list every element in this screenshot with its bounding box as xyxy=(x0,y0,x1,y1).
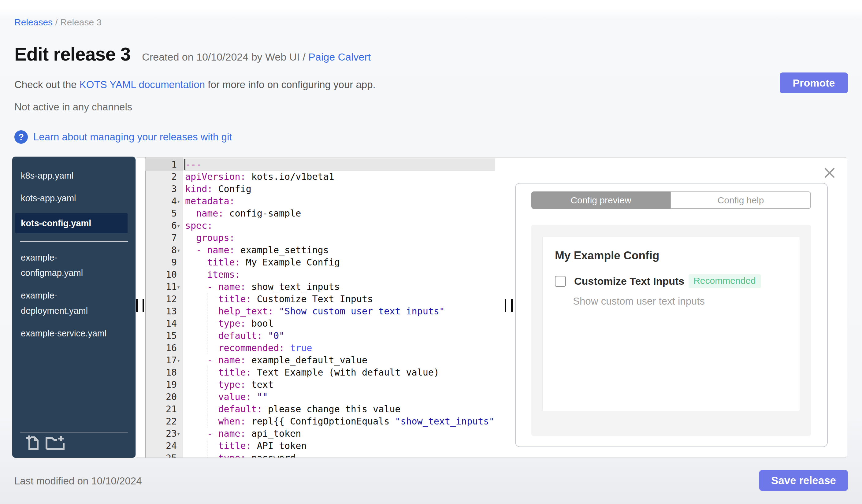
line-number: 15 xyxy=(145,330,183,342)
code-line-6[interactable]: 6▾spec: xyxy=(145,220,495,232)
code-line-13[interactable]: 13 help_text: "Show custom user text inp… xyxy=(145,305,495,317)
code-line-1[interactable]: 1--- xyxy=(145,158,495,171)
line-number: 14 xyxy=(145,317,183,330)
sidebar-divider xyxy=(20,241,128,242)
sidebar-file-kots-app.yaml[interactable]: kots-app.yaml xyxy=(21,190,113,206)
code-line-20[interactable]: 20 value: "" xyxy=(145,391,495,403)
code-line-25[interactable]: 25 type: password xyxy=(145,452,495,457)
fold-arrow-icon[interactable]: ▾ xyxy=(177,220,183,232)
indent-guide xyxy=(207,391,207,403)
code-text: groups: xyxy=(183,232,235,244)
promote-button[interactable]: Promote xyxy=(780,72,848,93)
sidebar-resize-handle[interactable] xyxy=(136,299,144,312)
code-line-11[interactable]: 11▾ - name: show_text_inputs xyxy=(145,281,495,293)
last-modified-text: Last modified on 10/10/2024 xyxy=(14,475,142,487)
indent-guide xyxy=(207,317,207,330)
breadcrumb-current: Release 3 xyxy=(60,17,102,27)
code-line-2[interactable]: 2apiVersion: kots.io/v1beta1 xyxy=(145,171,495,183)
code-line-15[interactable]: 15 default: "0" xyxy=(145,330,495,342)
indent-guide xyxy=(207,452,207,457)
tab-config-preview[interactable]: Config preview xyxy=(531,191,670,209)
fold-arrow-icon[interactable]: ▾ xyxy=(177,281,183,293)
new-folder-icon[interactable] xyxy=(45,435,66,452)
channel-status: Not active in any channels xyxy=(14,101,132,113)
code-text: name: config-sample xyxy=(183,207,301,220)
tab-config-help[interactable]: Config help xyxy=(670,191,811,209)
code-line-3[interactable]: 3kind: Config xyxy=(145,183,495,195)
question-mark-icon: ? xyxy=(14,130,28,144)
code-text: - name: example_settings xyxy=(183,244,329,256)
file-sidebar: k8s-app.yamlkots-app.yamlkots-config.yam… xyxy=(12,157,135,458)
code-text: - name: show_text_inputs xyxy=(183,281,340,293)
code-text: spec: xyxy=(183,220,213,232)
indent-guide xyxy=(207,415,207,427)
sidebar-file-example-configmap.yaml[interactable]: example-configmap.yaml xyxy=(21,250,113,280)
close-preview-icon[interactable] xyxy=(824,167,835,178)
line-number: 11▾ xyxy=(145,281,183,293)
code-line-9[interactable]: 9 title: My Example Config xyxy=(145,256,495,268)
line-number: 7 xyxy=(145,232,183,244)
customize-text-inputs-checkbox[interactable] xyxy=(555,276,566,287)
kots-yaml-doc-link[interactable]: KOTS YAML documentation xyxy=(80,79,205,90)
line-number: 16 xyxy=(145,342,183,354)
fold-arrow-icon[interactable]: ▾ xyxy=(177,195,183,207)
code-line-14[interactable]: 14 type: bool xyxy=(145,317,495,330)
code-line-10[interactable]: 10 items: xyxy=(145,268,495,281)
code-line-24[interactable]: 24 title: API token xyxy=(145,440,495,452)
code-line-23[interactable]: 23▾ - name: api_token xyxy=(145,427,495,440)
code-line-18[interactable]: 18 title: Text Example (with default val… xyxy=(145,367,495,379)
text-cursor xyxy=(184,159,185,170)
preview-tabs: Config previewConfig help xyxy=(531,191,811,209)
sidebar-file-example-deployment.yaml[interactable]: example-deployment.yaml xyxy=(21,288,113,318)
code-line-12[interactable]: 12 title: Customize Text Inputs xyxy=(145,293,495,305)
code-line-17[interactable]: 17▾ - name: example_default_value xyxy=(145,354,495,367)
code-line-5[interactable]: 5 name: config-sample xyxy=(145,207,495,220)
code-line-4[interactable]: 4▾metadata: xyxy=(145,195,495,207)
code-text: metadata: xyxy=(183,195,235,207)
code-line-21[interactable]: 21 default: please change this value xyxy=(145,403,495,415)
sidebar-file-example-service.yaml[interactable]: example-service.yaml xyxy=(21,326,113,341)
git-help-link[interactable]: ? Learn about managing your releases wit… xyxy=(14,130,232,144)
config-preview-card: Config previewConfig help My Example Con… xyxy=(515,183,828,447)
line-number: 8▾ xyxy=(145,244,183,256)
new-file-icon[interactable] xyxy=(26,435,40,452)
line-number: 9 xyxy=(145,256,183,268)
page-title: Edit release 3 xyxy=(14,43,130,65)
line-number: 17▾ xyxy=(145,354,183,367)
code-text: - name: api_token xyxy=(183,427,301,440)
fold-arrow-icon[interactable]: ▾ xyxy=(177,427,183,440)
code-line-7[interactable]: 7 groups: xyxy=(145,232,495,244)
fold-arrow-icon[interactable]: ▾ xyxy=(177,244,183,256)
yaml-code-editor[interactable]: 1---2apiVersion: kots.io/v1beta13kind: C… xyxy=(145,158,495,457)
code-line-19[interactable]: 19 type: text xyxy=(145,379,495,391)
sidebar-file-k8s-app.yaml[interactable]: k8s-app.yaml xyxy=(21,168,113,183)
author-link[interactable]: Paige Calvert xyxy=(308,51,371,63)
breadcrumb: Releases / Release 3 xyxy=(14,17,102,27)
line-number: 10 xyxy=(145,268,183,281)
code-text: default: "0" xyxy=(183,330,285,342)
line-number: 19 xyxy=(145,379,183,391)
code-line-8[interactable]: 8▾ - name: example_settings xyxy=(145,244,495,256)
line-number: 12 xyxy=(145,293,183,305)
fold-arrow-icon[interactable]: ▾ xyxy=(177,354,183,367)
indent-guide xyxy=(207,305,207,317)
code-text: when: repl{{ ConfigOptionEquals "show_te… xyxy=(183,415,494,427)
preview-area: My Example Config Customize Text Inputs … xyxy=(531,225,811,436)
code-text: type: password xyxy=(183,452,296,457)
code-line-22[interactable]: 22 when: repl{{ ConfigOptionEquals "show… xyxy=(145,415,495,427)
indent-guide xyxy=(207,403,207,415)
code-text: title: API token xyxy=(183,440,306,452)
code-text: title: My Example Config xyxy=(183,256,340,268)
code-text: - name: example_default_value xyxy=(183,354,367,367)
save-release-button[interactable]: Save release xyxy=(759,470,848,491)
editor-resize-handle[interactable] xyxy=(505,299,513,312)
sidebar-file-kots-config.yaml[interactable]: kots-config.yaml xyxy=(15,213,128,233)
code-text: default: please change this value xyxy=(183,403,401,415)
line-number: 5 xyxy=(145,207,183,220)
indent-guide xyxy=(207,440,207,452)
code-line-16[interactable]: 16 recommended: true xyxy=(145,342,495,354)
code-text: type: text xyxy=(183,379,273,391)
line-number: 24 xyxy=(145,440,183,452)
indent-guide xyxy=(207,293,207,305)
breadcrumb-releases-link[interactable]: Releases xyxy=(14,17,53,27)
